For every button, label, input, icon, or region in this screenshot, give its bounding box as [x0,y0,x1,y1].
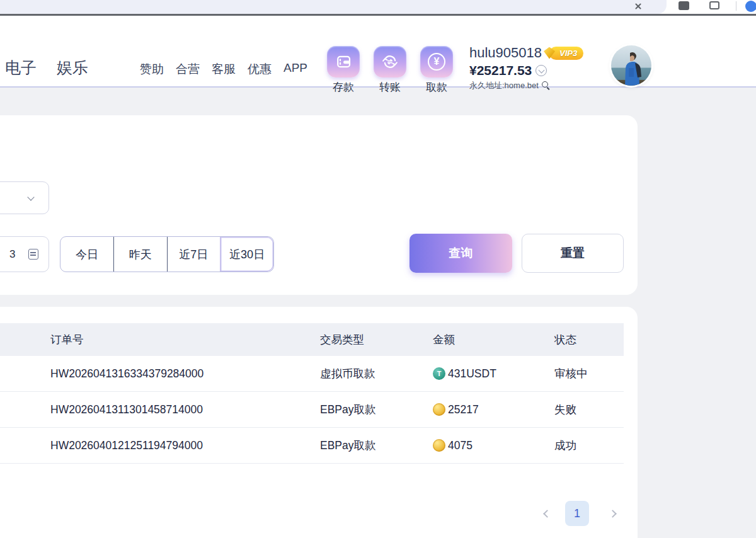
date-value: 3 [9,237,15,272]
column-amount: 金额 [433,323,455,356]
refresh-balance-icon[interactable] [536,65,547,76]
pagination-page-1[interactable]: 1 [565,501,589,526]
order-number: HW2026041316334379284000 [50,356,203,391]
avatar[interactable] [611,45,651,86]
preset-30days[interactable]: 近30日 [220,237,273,272]
browser-profile-icon[interactable] [745,1,756,12]
deposit-button[interactable]: 存款 [326,46,360,94]
usdt-icon: T [433,367,445,380]
column-type: 交易类型 [320,323,364,356]
reset-button[interactable]: 重置 [522,234,624,273]
records-panel: 订单号 交易类型 金额 状态 HW2026041316334379284000 … [0,307,638,538]
status-badge: 成功 [554,428,576,463]
nav-item-sponsor[interactable]: 赞助 [140,61,164,77]
table-header: 订单号 交易类型 金额 状态 [0,323,624,356]
amount-value: 4075 [448,428,472,463]
vip-badge[interactable]: VIP3 [549,47,583,60]
query-button[interactable]: 查询 [410,234,512,273]
order-number: HW2026041311301458714000 [50,392,203,427]
transaction-type: EBPay取款 [320,428,376,463]
nav-item-promo[interactable]: 优惠 [248,61,272,77]
amount-cell: 4075 [433,428,472,463]
date-range-presets: 今日 昨天 近7日 近30日 [60,236,274,272]
gold-coin-icon [433,439,445,452]
pagination-prev-icon[interactable] [543,510,551,518]
search-icon[interactable] [542,81,551,90]
username[interactable]: hulu905018 [469,45,542,61]
transaction-type: EBPay取款 [320,392,376,427]
vip-level-label: VIP3 [559,49,577,58]
preset-7days[interactable]: 近7日 [167,237,220,272]
date-range-input[interactable]: 3 [0,236,49,272]
site-header: 电子 娱乐 赞助 合营 客服 优惠 APP 存款 [0,16,756,88]
chrome-separator [736,1,736,11]
wallet-icon [327,46,360,77]
quick-actions: 存款 转账 ¥ 取款 [326,46,454,94]
withdraw-button[interactable]: ¥ 取款 [420,46,454,94]
balance-amount: ¥25217.53 [469,63,532,78]
amount-value: 431USDT [448,356,496,391]
extension-icon[interactable] [679,1,689,10]
amount-cell: T 431USDT [433,356,496,391]
withdraw-label: 取款 [426,80,447,94]
order-number: HW2026040121251194794000 [50,428,203,463]
table-row[interactable]: HW2026041316334379284000 虚拟币取款 T 431USDT… [0,356,624,392]
close-tab-icon[interactable] [634,2,643,11]
primary-nav: 电子 娱乐 [5,57,88,78]
column-status: 状态 [554,323,576,356]
nav-item-partner[interactable]: 合营 [176,61,200,77]
type-select[interactable] [0,181,49,214]
table-row[interactable]: HW2026041311301458714000 EBPay取款 25217 失… [0,392,624,428]
nav-item-games[interactable]: 电子 [5,57,37,78]
nav-item-app[interactable]: APP [284,61,307,77]
app-frame: 电子 娱乐 赞助 合营 客服 优惠 APP 存款 [0,0,756,538]
transfer-button[interactable]: 转账 [373,46,407,94]
preset-today[interactable]: 今日 [60,237,113,272]
column-order: 订单号 [50,323,84,356]
status-badge: 审核中 [554,356,588,391]
browser-tab[interactable] [0,0,667,14]
transfer-label: 转账 [379,80,401,94]
chevron-down-icon [27,193,34,200]
amount-value: 25217 [448,392,479,427]
nav-item-entertainment[interactable]: 娱乐 [57,57,88,78]
transaction-type: 虚拟币取款 [320,356,375,391]
nav-item-support[interactable]: 客服 [212,61,236,77]
gem-icon [544,47,555,59]
pagination-next-icon[interactable] [609,510,617,518]
calendar-icon [28,249,38,260]
preset-yesterday[interactable]: 昨天 [113,237,167,272]
transfer-icon [374,46,406,77]
yen-symbol: ¥ [428,53,445,71]
amount-cell: 25217 [433,392,479,427]
browser-window-icon[interactable] [709,1,719,9]
deposit-label: 存款 [333,80,354,94]
browser-strip [0,0,756,14]
user-block: hulu905018 VIP3 ¥25217.53 永久地址:home.bet [469,45,583,91]
permanent-address: 永久地址:home.bet [469,80,539,91]
status-badge: 失败 [554,392,576,427]
secondary-nav: 赞助 合营 客服 优惠 APP [140,61,307,77]
table-row[interactable]: HW2026040121251194794000 EBPay取款 4075 成功 [0,428,624,464]
gold-coin-icon [433,403,445,416]
withdraw-yen-icon: ¥ [420,46,453,77]
